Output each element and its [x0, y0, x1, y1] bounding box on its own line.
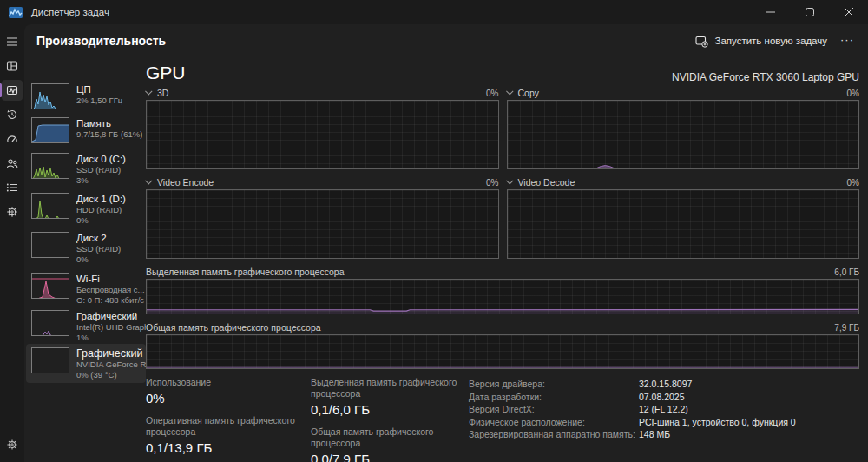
chart-current-value: 0%: [847, 89, 859, 98]
gpu-detail-pane: GPU NVIDIA GeForce RTX 3060 Laptop GPU 3…: [146, 59, 859, 462]
chart-video-encode: Video Encode 0%: [146, 176, 499, 259]
run-new-task-label: Запустить новую задачу: [714, 36, 827, 46]
sidebar-item-sub: HDD (RAID): [76, 205, 126, 215]
sidebar-item-sub2: О: 0 П: 488 кбит/с: [76, 295, 145, 306]
sidebar-item-sub: SSD (RAID): [76, 165, 126, 175]
stat-shared-value: 0,0/7,9 ГБ: [311, 452, 469, 462]
chart-3d-header[interactable]: 3D 0%: [146, 87, 499, 99]
chart-video-decode-plot: [507, 189, 860, 259]
rail-item-startup-apps[interactable]: [2, 129, 23, 149]
chart-dedicated-memory: Выделенная память графического процессор…: [146, 266, 859, 314]
titlebar: Диспетчер задач: [0, 0, 868, 24]
detail-label: Зарезервированная аппаратно память:: [469, 428, 639, 441]
sidebar-item-gpu0[interactable]: Графический Intel(R) UHD Graph 1%: [26, 307, 146, 346]
chevron-down-icon: [145, 177, 152, 184]
more-options-button[interactable]: ···: [835, 31, 859, 51]
minimize-button[interactable]: [751, 0, 790, 24]
chart-shared-memory-plot: [146, 334, 859, 369]
chart-current-value: 0%: [486, 89, 498, 98]
chevron-down-icon: [506, 177, 513, 184]
rail-item-performance[interactable]: [2, 80, 23, 101]
chart-copy-plot: [507, 100, 860, 169]
sidebar-item-gpu1-selected[interactable]: Графический NVIDIA GeForce RT 0% (39 °C): [26, 344, 146, 383]
detail-label: Версия драйвера:: [469, 378, 639, 391]
chart-shared-memory-header: Общая память графического процессора 7,9…: [146, 321, 859, 333]
chart-title: Copy: [518, 88, 540, 98]
close-icon: [845, 8, 853, 16]
close-button[interactable]: [829, 0, 868, 24]
rail-item-processes[interactable]: [2, 56, 23, 76]
sidebar-item-sub: Беспроводная с...: [76, 285, 145, 295]
minimize-icon: [766, 8, 775, 16]
speedometer-icon: [6, 133, 18, 145]
sidebar-item-sub2: 3%: [76, 175, 126, 186]
hamburger-icon: [6, 36, 18, 47]
cpu-thumbnail-chart: [31, 83, 69, 109]
sidebar-item-title: Память: [76, 117, 142, 129]
sidebar-item-title: ЦП: [76, 83, 122, 96]
sidebar-item-sub: 2% 1,50 ГГц: [76, 96, 122, 106]
gpu-driver-details: Версия драйвера: 32.0.15.8097 Дата разра…: [469, 377, 859, 462]
chart-current-value: 0%: [486, 178, 498, 188]
gpu-pane-title: GPU: [146, 63, 186, 83]
sidebar-item-sub2: 1%: [76, 333, 146, 343]
sidebar-item-memory[interactable]: Память 9,7/15,8 ГБ (61%): [26, 114, 146, 147]
chart-3d-plot: [146, 100, 499, 169]
chart-video-encode-header[interactable]: Video Encode 0%: [146, 176, 499, 188]
services-gear-icon: [6, 206, 18, 218]
page-title: Производительность: [36, 34, 166, 48]
maximize-button[interactable]: [790, 0, 829, 24]
sidebar-item-disk0[interactable]: Диск 0 (C:) SSD (RAID) 3%: [26, 149, 146, 188]
chart-3d: 3D 0%: [146, 87, 499, 169]
detail-label: Версия DirectX:: [469, 403, 639, 416]
run-new-task-button[interactable]: Запустить новую задачу: [687, 30, 835, 52]
rail-item-app-history[interactable]: [2, 104, 23, 125]
performance-icon: [6, 84, 18, 96]
gpu-stats: Использование 0% Оперативная память граф…: [146, 377, 859, 462]
history-clock-icon: [6, 109, 18, 121]
settings-button[interactable]: [2, 434, 23, 455]
sidebar-item-disk2[interactable]: Диск 2 SSD (RAID) 0%: [26, 228, 146, 267]
stat-usage-value: 0%: [146, 391, 311, 406]
sidebar-item-title: Графический: [76, 310, 146, 322]
chart-title: Общая память графического процессора: [146, 322, 321, 333]
stat-gpu-ram-label: Оперативная память графического процессо…: [146, 415, 311, 438]
chart-video-decode: Video Decode 0%: [507, 176, 860, 259]
stat-gpu-ram-value: 0,1/13,9 ГБ: [146, 440, 311, 455]
chart-copy-header[interactable]: Copy 0%: [507, 87, 860, 99]
chart-dedicated-memory-header: Выделенная память графического процессор…: [146, 266, 859, 278]
detail-row-reserved-memory: Зарезервированная аппаратно память: 148 …: [469, 428, 859, 441]
detail-row-directx-version: Версия DirectX: 12 (FL 12.2): [469, 403, 859, 416]
chart-max-value: 7,9 ГБ: [834, 323, 859, 333]
performance-sidebar: ЦП 2% 1,50 ГГц Память 9,7/15,8 ГБ (61%) …: [26, 57, 146, 462]
chart-video-encode-plot: [146, 189, 499, 259]
task-manager-app-icon: [9, 7, 23, 18]
disk0-thumbnail-chart: [31, 153, 69, 179]
sidebar-item-disk1[interactable]: Диск 1 (D:) HDD (RAID) 0%: [26, 189, 146, 228]
sidebar-item-sub2: 0% (39 °C): [76, 370, 146, 380]
sidebar-item-wifi[interactable]: Wi-Fi Беспроводная с... О: 0 П: 488 кбит…: [26, 269, 146, 308]
sidebar-item-cpu[interactable]: ЦП 2% 1,50 ГГц: [26, 80, 146, 113]
chart-video-decode-header[interactable]: Video Decode 0%: [507, 176, 860, 188]
chevron-down-icon: [506, 88, 513, 95]
chart-copy: Copy 0%: [507, 87, 860, 169]
detail-label: Физическое расположение:: [469, 416, 639, 429]
chart-title: Video Encode: [157, 177, 214, 188]
sidebar-item-title: Диск 1 (D:): [76, 193, 126, 205]
detail-label: Дата разработки:: [469, 391, 639, 404]
sidebar-item-sub2: 0%: [76, 215, 126, 226]
details-list-icon: [6, 182, 18, 194]
sidebar-item-sub: NVIDIA GeForce RT: [76, 360, 146, 370]
rail-item-services[interactable]: [2, 201, 23, 222]
detail-row-physical-location: Физическое расположение: PCI-шина 1, уст…: [469, 416, 859, 429]
run-new-task-icon: [695, 35, 708, 48]
gpu1-thumbnail-chart: [31, 347, 69, 373]
sidebar-item-title: Диск 0 (C:): [76, 153, 126, 165]
navigation-rail: [0, 24, 24, 462]
rail-item-users[interactable]: [2, 153, 23, 174]
chart-current-value: 0%: [847, 178, 859, 188]
chevron-down-icon: [145, 88, 152, 95]
menu-button[interactable]: [2, 31, 23, 52]
rail-item-details[interactable]: [2, 177, 23, 198]
processes-icon: [6, 60, 18, 72]
